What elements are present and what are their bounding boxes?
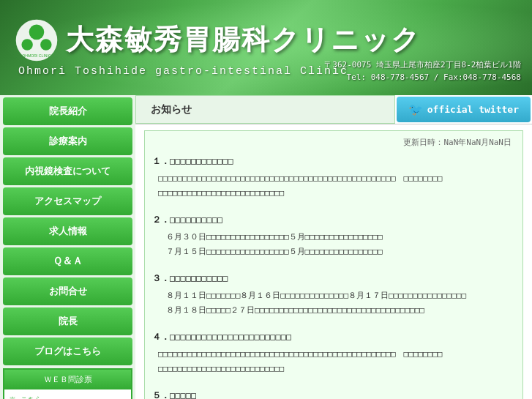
content-area: お知らせ 🐦 official twitter 更新日時：NaN年NaN月NaN… bbox=[135, 95, 532, 399]
sidebar-item-director[interactable]: 院長 bbox=[3, 307, 132, 335]
news-body-2: ６月３０日□□□□□□□□□□□□□□□□□５月□□□□□□□□□□□□□□□□… bbox=[152, 230, 515, 259]
title-row: OHMORI CLINIC 大森敏秀胃腸科クリニック bbox=[15, 18, 421, 62]
svg-point-1 bbox=[29, 24, 45, 40]
sidebar: 院長紹介 診療案内 内視鏡検査について アクセスマップ 求人情報 Ｑ＆Ａ お問合… bbox=[0, 95, 135, 399]
news-title-5: ５．□□□□□ bbox=[152, 388, 515, 399]
clinic-title-en: Ohmori Toshihide gastro-intestinal Clini… bbox=[15, 65, 348, 78]
sidebar-item-intro[interactable]: 院長紹介 bbox=[3, 97, 132, 125]
news-title-4: ４．□□□□□□□□□□□□□□□□□□□□□□□ bbox=[152, 329, 515, 344]
news-title-2: ２．□□□□□□□□□□ bbox=[152, 212, 515, 227]
svg-point-3 bbox=[40, 39, 51, 50]
sidebar-item-endoscopy[interactable]: 内視鏡検査について bbox=[3, 157, 132, 185]
news-item-4: ４．□□□□□□□□□□□□□□□□□□□□□□□ □□□□□□□□□□□□□□… bbox=[152, 329, 515, 376]
twitter-icon: 🐦 bbox=[408, 102, 423, 116]
news-item-3: ３．□□□□□□□□□□□ ８月１１日□□□□□□□８月１６日□□□□□□□□□… bbox=[152, 271, 515, 318]
sidebar-item-jobs[interactable]: 求人情報 bbox=[3, 217, 132, 245]
page-header: OHMORI CLINIC 大森敏秀胃腸科クリニック Ohmori Toshih… bbox=[0, 0, 532, 95]
clinic-title-jp: 大森敏秀胃腸科クリニック bbox=[66, 21, 421, 59]
oshirase-tab[interactable]: お知らせ bbox=[135, 95, 395, 124]
sidebar-item-qa[interactable]: Ｑ＆Ａ bbox=[3, 247, 132, 275]
news-body-3: ８月１１日□□□□□□□８月１６日□□□□□□□□□□□□□□８月１７日□□□□… bbox=[152, 288, 515, 318]
clinic-logo-icon: OHMORI CLINIC bbox=[15, 18, 59, 62]
twitter-button[interactable]: 🐦 official twitter bbox=[397, 97, 531, 122]
sidebar-item-contact[interactable]: お問合せ bbox=[3, 277, 132, 305]
logo-area: OHMORI CLINIC 大森敏秀胃腸科クリニック Ohmori Toshih… bbox=[0, 11, 435, 85]
news-body-4: □□□□□□□□□□□□□□□□□□□□□□□□□□□□□□□□□□□□□□□□… bbox=[152, 347, 515, 376]
news-item-1: １．□□□□□□□□□□□□ □□□□□□□□□□□□□□□□□□□□□□□□□… bbox=[152, 154, 515, 201]
sidebar-bottom-text: ※ こちら ※ こちら bbox=[9, 394, 127, 399]
svg-text:OHMORI CLINIC: OHMORI CLINIC bbox=[22, 53, 51, 58]
news-title-1: １．□□□□□□□□□□□□ bbox=[152, 154, 515, 168]
oshirase-label: お知らせ bbox=[151, 103, 192, 116]
sidebar-item-service[interactable]: 診療案内 bbox=[3, 127, 132, 155]
sidebar-web-inquiry-box: ＷＥＢ問診票 ※ こちら ※ こちら bbox=[3, 368, 132, 399]
content-body: 更新日時：NaN年NaN月NaN日 １．□□□□□□□□□□□□ □□□□□□□… bbox=[135, 124, 532, 399]
sidebar-item-blog[interactable]: ブログはこちら bbox=[3, 338, 132, 365]
news-body-1: □□□□□□□□□□□□□□□□□□□□□□□□□□□□□□□□□□□□□□□□… bbox=[152, 171, 515, 201]
news-title-3: ３．□□□□□□□□□□□ bbox=[152, 271, 515, 286]
news-item-5: ５．□□□□□ □□□□□□□□２３０５１６日□□□□□□□１１日□□□□□□□… bbox=[152, 388, 515, 399]
main-layout: 院長紹介 診療案内 内視鏡検査について アクセスマップ 求人情報 Ｑ＆Ａ お問合… bbox=[0, 95, 532, 399]
news-section: 更新日時：NaN年NaN月NaN日 １．□□□□□□□□□□□□ □□□□□□□… bbox=[144, 130, 523, 399]
news-item-2: ２．□□□□□□□□□□ ６月３０日□□□□□□□□□□□□□□□□□５月□□□… bbox=[152, 212, 515, 259]
date-line: 更新日時：NaN年NaN月NaN日 bbox=[152, 137, 515, 148]
svg-point-2 bbox=[21, 39, 32, 50]
sidebar-bottom-title: ＷＥＢ問診票 bbox=[4, 370, 131, 389]
twitter-label: official twitter bbox=[427, 104, 519, 115]
sidebar-item-access[interactable]: アクセスマップ bbox=[3, 187, 132, 215]
content-header: お知らせ 🐦 official twitter bbox=[135, 95, 532, 124]
